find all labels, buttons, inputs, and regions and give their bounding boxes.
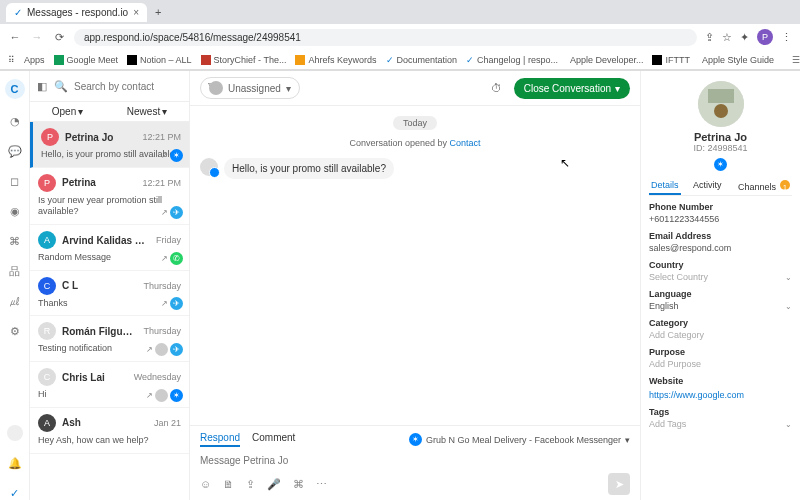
bookmark[interactable]: ✓Documentation [386, 55, 458, 65]
bookmark[interactable]: Google Meet [54, 55, 119, 65]
sort-filter[interactable]: Newest ▾ [127, 106, 167, 117]
language-select[interactable]: English⌄ [649, 301, 792, 311]
bookmark[interactable]: ✓Changelog | respo... [466, 55, 558, 65]
bookmark[interactable]: Apple Developer... [567, 55, 644, 65]
contact-link[interactable]: Contact [450, 138, 481, 148]
system-message: Conversation opened by Contact [200, 138, 630, 148]
settings-icon[interactable]: ⚙ [7, 323, 23, 339]
channel-icon: ✈ [170, 206, 183, 219]
back-icon[interactable]: ← [8, 31, 22, 43]
outbound-icon: ↗ [161, 151, 168, 160]
field-label: Language [649, 289, 792, 299]
contact-avatar-large [698, 81, 744, 127]
broadcast-icon[interactable]: ◉ [7, 203, 23, 219]
status-filter[interactable]: Open ▾ [52, 106, 83, 117]
bookmark-reading-list[interactable]: ☰Reading List [792, 55, 800, 65]
email-value[interactable]: sales@respond.com [649, 243, 792, 253]
outbound-icon: ↗ [146, 391, 153, 400]
tab-activity[interactable]: Activity [691, 177, 724, 195]
star-icon[interactable]: ☆ [722, 31, 732, 44]
send-button[interactable]: ➤ [608, 473, 630, 495]
cursor-icon: ↖ [560, 156, 570, 170]
user-avatar[interactable] [7, 425, 23, 441]
chevron-down-icon: ▾ [78, 106, 83, 117]
snooze-icon[interactable]: ⏱ [488, 79, 506, 97]
timestamp: 12:21 PM [142, 132, 181, 142]
attach-icon[interactable]: 🗎 [223, 478, 234, 490]
messenger-icon: ✶ [714, 158, 727, 171]
bookmark[interactable]: Ahrefs Keywords [295, 55, 376, 65]
tags-input[interactable]: Add Tags⌄ [649, 419, 792, 429]
more-icon[interactable]: ⋯ [316, 478, 327, 491]
conversation-item[interactable]: CChris LaiWednesdayHi↗✶ [30, 362, 189, 408]
dashboard-icon[interactable]: ◔ [7, 113, 23, 129]
new-tab-button[interactable]: + [147, 6, 169, 18]
url-input[interactable]: app.respond.io/space/54816/message/24998… [74, 29, 697, 46]
reload-icon[interactable]: ⟳ [52, 31, 66, 44]
share-icon[interactable]: ⇪ [705, 31, 714, 44]
conversation-item[interactable]: PPetrina12:21 PMIs your new year promoti… [30, 168, 189, 225]
field-label: Country [649, 260, 792, 270]
assignee-avatar-icon [209, 81, 223, 95]
reports-icon[interactable]: ㎕ [7, 293, 23, 309]
forward-icon[interactable]: → [30, 31, 44, 43]
panel-toggle-icon[interactable]: ◧ [36, 77, 48, 95]
phone-value[interactable]: +6011223344556 [649, 214, 792, 224]
app-shell: C ◔ 💬 ◻ ◉ ⌘ 品 ㎕ ⚙ 🔔 ✓ ◧ 🔍 ▽ Open ▾ Newes… [0, 71, 800, 500]
tab-details[interactable]: Details [649, 177, 681, 195]
workflows-icon[interactable]: ⌘ [7, 233, 23, 249]
chevron-down-icon: ▾ [162, 106, 167, 117]
snippet-icon[interactable]: ⌘ [293, 478, 304, 491]
country-select[interactable]: Select Country⌄ [649, 272, 792, 282]
conversation-item[interactable]: RRomán FilgueiraThursdayTesting notifica… [30, 316, 189, 362]
close-icon[interactable]: × [133, 7, 139, 18]
bookmark[interactable]: Notion – ALL [127, 55, 192, 65]
assignee-selector[interactable]: Unassigned ▾ [200, 77, 300, 99]
chevron-down-icon: ▾ [625, 435, 630, 445]
channel-icon: ✆ [170, 252, 183, 265]
channel-selector[interactable]: ✶ Grub N Go Meal Delivery - Facebook Mes… [409, 432, 630, 447]
respond-tab[interactable]: Respond [200, 432, 240, 447]
chevron-down-icon: ⌄ [785, 273, 792, 282]
bookmark[interactable]: Apple Style Guide [699, 55, 774, 65]
website-link[interactable]: https://www.google.com [649, 390, 744, 400]
workspace-icon[interactable]: C [5, 79, 25, 99]
conversation-item[interactable]: PPetrina Jo12:21 PMHello, is your promo … [30, 122, 189, 168]
close-conversation-button[interactable]: Close Conversation▾ [514, 78, 630, 99]
address-bar: ← → ⟳ app.respond.io/space/54816/message… [0, 24, 800, 50]
comment-tab[interactable]: Comment [252, 432, 295, 447]
avatar: A [38, 231, 56, 249]
org-icon[interactable]: 品 [7, 263, 23, 279]
extensions-icon[interactable]: ✦ [740, 31, 749, 44]
profile-avatar[interactable]: P [757, 29, 773, 45]
menu-icon[interactable]: ⋮ [781, 31, 792, 44]
message-input[interactable] [200, 451, 630, 470]
avatar: P [41, 128, 59, 146]
contact-avatar [200, 158, 218, 176]
search-input[interactable] [74, 81, 201, 92]
bookmark[interactable]: IFTTT [652, 55, 690, 65]
browser-tab[interactable]: ✓ Messages - respond.io × [6, 3, 147, 22]
bookmark[interactable]: Apps [24, 55, 45, 65]
tab-channels[interactable]: Channels1 [734, 177, 792, 195]
notifications-icon[interactable]: 🔔 [7, 455, 23, 471]
respond-logo-icon[interactable]: ✓ [7, 485, 23, 500]
conversation-item[interactable]: CC LThursdayThanks↗✈ [30, 271, 189, 317]
preview-text: Hello, is your promo still available? [41, 149, 181, 161]
timestamp: Friday [156, 235, 181, 245]
apps-icon[interactable]: ⠿ [8, 55, 15, 65]
messages-icon[interactable]: 💬 [7, 143, 23, 159]
conversation-item[interactable]: AArvind Kalidas NairFridayRandom Message… [30, 225, 189, 271]
voice-icon[interactable]: 🎤 [267, 478, 281, 491]
category-input[interactable]: Add Category [649, 330, 792, 340]
bookmark[interactable]: StoryChief - The... [201, 55, 287, 65]
emoji-icon[interactable]: ☺ [200, 478, 211, 490]
purpose-input[interactable]: Add Purpose [649, 359, 792, 369]
channel-icon: ✶ [170, 389, 183, 402]
upload-icon[interactable]: ⇪ [246, 478, 255, 491]
chevron-down-icon: ⌄ [785, 302, 792, 311]
contacts-icon[interactable]: ◻ [7, 173, 23, 189]
bookmarks-bar: ⠿ Apps Google Meet Notion – ALL StoryChi… [0, 50, 800, 70]
conversation-item[interactable]: AAshJan 21Hey Ash, how can we help? [30, 408, 189, 454]
contact-name: Arvind Kalidas Nair [62, 235, 150, 246]
